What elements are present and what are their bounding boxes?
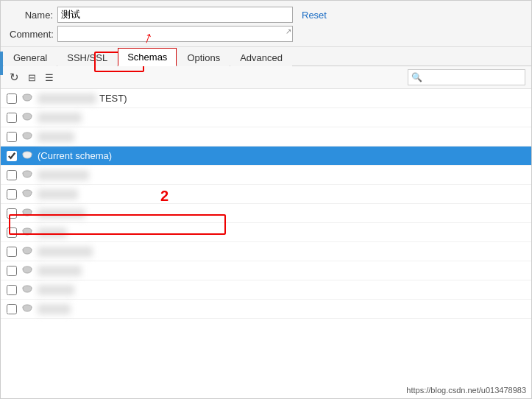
- schema-checkbox[interactable]: [7, 132, 17, 142]
- refresh-button[interactable]: ↻: [7, 69, 22, 85]
- schema-name-blurred: [38, 227, 67, 238]
- tab-advanced[interactable]: Advanced: [230, 49, 292, 66]
- expand-icon: ↗: [285, 27, 291, 35]
- schema-checkbox[interactable]: [7, 304, 17, 314]
- schema-name-blurred: [38, 170, 89, 180]
- schema-checkbox[interactable]: [7, 266, 17, 276]
- schema-name-suffix: TEST): [99, 93, 127, 104]
- schema-name-blurred: [38, 266, 82, 276]
- tabs-bar: General SSH/SSL Schemas Options Advanced: [1, 47, 531, 66]
- db-icon: [21, 304, 35, 314]
- content-area: TEST): [1, 89, 531, 398]
- schema-checkbox[interactable]: [7, 247, 17, 257]
- schema-checkbox[interactable]: [7, 208, 17, 219]
- db-icon: [21, 113, 35, 123]
- schema-checkbox[interactable]: [7, 93, 17, 104]
- schema-checkbox[interactable]: [7, 227, 17, 238]
- schema-row: [1, 223, 531, 242]
- toolbar: ↻ ⊟ ☰: [1, 66, 531, 89]
- schema-row: [1, 280, 531, 300]
- name-label: Name:: [10, 10, 57, 21]
- schema-name-blurred: [38, 113, 82, 123]
- tab-general[interactable]: General: [4, 49, 57, 66]
- schema-row: [1, 108, 531, 127]
- db-icon: [21, 93, 35, 104]
- schema-name-blurred: [38, 189, 78, 200]
- search-input[interactable]: [408, 69, 525, 85]
- main-container: Name: Reset Comment: ↗ General SSH/SSL S…: [0, 0, 532, 399]
- comment-row: Comment: ↗: [10, 26, 522, 42]
- comment-label: Comment:: [10, 29, 57, 40]
- settings-button[interactable]: ☰: [42, 71, 57, 85]
- reset-button[interactable]: Reset: [299, 10, 330, 21]
- tab-sshssl[interactable]: SSH/SSL: [57, 49, 117, 66]
- db-icon: [21, 189, 35, 200]
- schema-checkbox[interactable]: [7, 170, 17, 180]
- current-schema-row[interactable]: (Current schema): [1, 146, 531, 166]
- db-icon: [21, 227, 35, 238]
- schema-row: [1, 185, 531, 204]
- schema-row: TEST): [1, 89, 531, 108]
- schema-checkbox[interactable]: [7, 285, 17, 295]
- comment-wrapper: ↗: [57, 26, 293, 42]
- db-icon: [21, 170, 35, 180]
- schema-checkbox[interactable]: [7, 189, 17, 200]
- header-section: Name: Reset Comment: ↗: [1, 1, 531, 47]
- tab-schemas[interactable]: Schemas: [118, 48, 177, 66]
- filter-button[interactable]: ⊟: [25, 71, 39, 85]
- schema-row: [1, 204, 531, 223]
- schema-row: [1, 261, 531, 280]
- current-schema-checkbox[interactable]: [7, 151, 17, 161]
- schema-name-blurred: [38, 132, 74, 142]
- db-icon-current: [21, 151, 35, 161]
- schema-row: [1, 242, 531, 261]
- db-icon: [21, 266, 35, 276]
- comment-input[interactable]: [57, 26, 293, 42]
- db-icon: [21, 132, 35, 142]
- tab-options[interactable]: Options: [177, 49, 230, 66]
- accent-bar: [0, 52, 3, 75]
- schema-row: [1, 300, 531, 319]
- schema-list: TEST): [1, 89, 531, 319]
- schema-name-blurred: [38, 93, 96, 104]
- schema-name-blurred: [38, 247, 93, 257]
- schema-name-blurred: [38, 285, 74, 295]
- schema-row: [1, 166, 531, 185]
- schema-name-blurred: [38, 304, 71, 314]
- db-icon: [21, 285, 35, 295]
- schema-row: [1, 127, 531, 146]
- current-schema-name: (Current schema): [38, 150, 112, 161]
- name-row: Name: Reset: [10, 7, 522, 23]
- db-icon: [21, 247, 35, 257]
- schema-checkbox[interactable]: [7, 113, 17, 123]
- schema-name-blurred: [38, 208, 85, 219]
- db-icon: [21, 208, 35, 219]
- name-input[interactable]: [57, 7, 293, 23]
